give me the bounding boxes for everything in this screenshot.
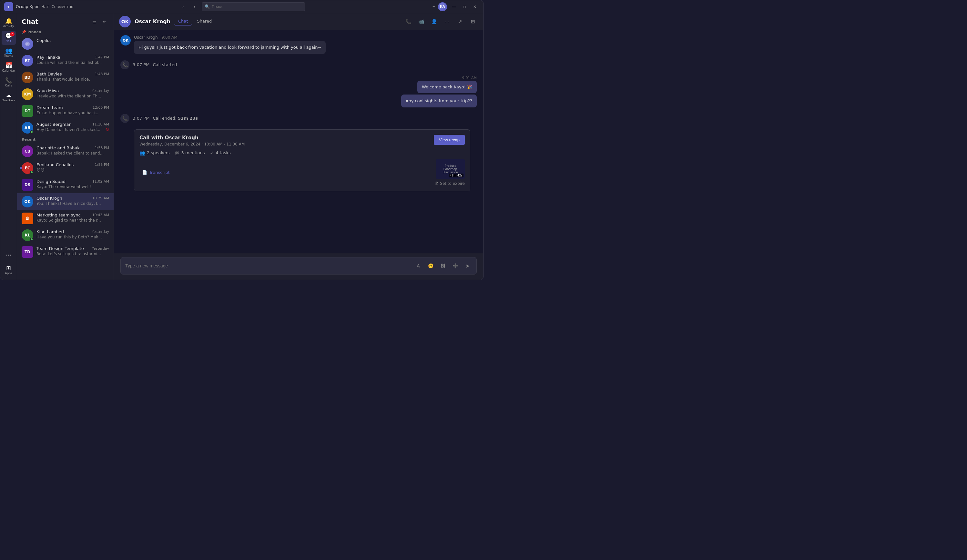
team-design-content: Team Design Template Yesterday Reta: Let… xyxy=(36,246,109,256)
recap-mentions-stat: @ 3 mentions xyxy=(175,150,205,155)
view-recap-button[interactable]: View recap xyxy=(434,135,465,145)
sidebar-item-teams[interactable]: 👥 Teams xyxy=(2,46,16,60)
sidebar-item-chat[interactable]: 2 💬 Чат xyxy=(2,31,16,45)
emiliano-time: 1:55 PM xyxy=(95,163,109,167)
search-bar[interactable]: 🔍 xyxy=(202,2,305,11)
compose-button[interactable]: ✏ xyxy=(100,17,109,26)
chat-item-kayo-miwa[interactable]: KM Kayo Miwa Yesterday I reviewed with t… xyxy=(17,86,114,102)
beth-davies-avatar: BD xyxy=(21,72,33,83)
title-bar: T Оскар Крог Чат Совместно ‹ › 🔍 ··· KA … xyxy=(0,0,483,13)
forward-button[interactable]: › xyxy=(190,2,199,11)
audio-call-button[interactable]: 📞 xyxy=(403,16,413,27)
activity-label: Activity xyxy=(3,25,14,28)
add-person-button[interactable]: 👤 xyxy=(429,16,439,27)
calendar-label: Calendar xyxy=(2,69,15,72)
send-button[interactable]: ➤ xyxy=(463,261,472,270)
charlotte-babak-name: Charlotte and Babak xyxy=(36,145,80,150)
msg-content-incoming-1: Oscar Krogh 9:00 AM Hi guys! I just got … xyxy=(134,35,326,54)
sidebar-item-more[interactable]: ··· xyxy=(2,248,16,262)
onedrive-icon: ☁ xyxy=(6,92,12,98)
emiliano-avatar: EC xyxy=(21,162,33,174)
chat-list-title: Chat xyxy=(21,18,38,25)
recap-title: Call with Oscar Krogh xyxy=(139,135,245,141)
chat-tabs: Chat Shared xyxy=(174,17,216,25)
chat-item-august-bergman[interactable]: AB August Bergman 11:18 AM Hey Daniela, … xyxy=(17,119,114,136)
kian-lambert-name: Kian Lambert xyxy=(36,229,64,234)
chat-list-header: Chat ☰ ✏ xyxy=(17,13,114,29)
chat-item-ray-tanaka[interactable]: RT Ray Tanaka 1:47 PM Louisa will send t… xyxy=(17,52,114,69)
chat-item-kian-lambert[interactable]: KL Kian Lambert Yesterday Have you run t… xyxy=(17,227,114,244)
tasks-icon: ✓ xyxy=(210,150,214,155)
team-design-preview: Reta: Let's set up a brainstormi... xyxy=(36,252,109,256)
video-call-button[interactable]: 📹 xyxy=(416,16,426,27)
ray-tanaka-content: Ray Tanaka 1:47 PM Louisa will send the … xyxy=(36,55,109,65)
close-button[interactable]: ✕ xyxy=(470,2,479,11)
chat-item-charlotte-babak[interactable]: CB Charlotte and Babak 1:58 PM Babak: I … xyxy=(17,143,114,160)
marketing-preview: Kayo: So glad to hear that the r... xyxy=(36,218,109,222)
recap-tasks-stat: ✓ 4 tasks xyxy=(210,150,231,155)
beth-davies-preview: Thanks, that would be nice. xyxy=(36,77,109,82)
emiliano-preview: 😊😊 xyxy=(36,168,109,172)
sticker-button[interactable]: 🖼 xyxy=(438,261,447,270)
sidebar-item-onedrive[interactable]: ☁ OneDrive xyxy=(2,90,16,104)
call-started-info: 📞 3:07 PM Call started xyxy=(120,58,477,72)
ray-tanaka-name: Ray Tanaka xyxy=(36,55,60,60)
sidebar-item-apps[interactable]: ⊞ Apps xyxy=(2,263,16,277)
chat-item-emiliano[interactable]: EC Emiliano Ceballos 1:55 PM 😊😊 xyxy=(17,160,114,176)
expire-label: Set to expire xyxy=(440,181,465,186)
more-options-button[interactable]: ··· xyxy=(442,16,452,27)
mentions-icon: @ xyxy=(175,150,180,155)
maximize-button[interactable]: □ xyxy=(460,2,469,11)
kian-lambert-avatar: KL xyxy=(21,229,33,241)
recap-header: Call with Oscar Krogh Wednesday, Decembe… xyxy=(139,135,465,147)
window-controls: — □ ✕ xyxy=(450,2,479,11)
chat-item-oscar-krogh[interactable]: OK Oscar Krogh 10:29 AM You: Thanks! Hav… xyxy=(17,193,114,210)
marketing-name: Marketing team sync xyxy=(36,212,81,217)
emoji-button[interactable]: 😊 xyxy=(426,261,435,270)
design-squad-content: Design Squad 11:02 AM Kayo: The review w… xyxy=(36,179,109,189)
message-input-box[interactable]: A 😊 🖼 ➕ ➤ xyxy=(120,257,477,275)
chat-item-beth-davies[interactable]: BD Beth Davies 1:43 PM Thanks, that woul… xyxy=(17,69,114,86)
august-bergman-name: August Bergman xyxy=(36,122,72,127)
filter-button[interactable]: ☰ xyxy=(90,17,99,26)
chat-item-team-design-template[interactable]: TD Team Design Template Yesterday Reta: … xyxy=(17,244,114,260)
chat-item-dream-team[interactable]: DT Dream team 12:00 PM Erika: Happy to h… xyxy=(17,102,114,119)
beth-davies-time: 1:43 PM xyxy=(95,72,109,76)
video-thumbnail[interactable]: Product Roadmap Discussion 48m 42s xyxy=(436,159,465,179)
tab-shared[interactable]: Shared xyxy=(193,17,216,25)
chat-item-marketing-team-sync[interactable]: 🗓 Marketing team sync 10:43 AM Kayo: So … xyxy=(17,210,114,227)
ray-tanaka-preview: Louisa will send the initial list of... xyxy=(36,60,109,65)
more-icon: ··· xyxy=(6,252,11,258)
august-mention-badge: @ xyxy=(106,127,109,132)
chat-item-copilot[interactable]: C Copilot xyxy=(17,36,114,52)
search-input[interactable] xyxy=(212,5,302,9)
sidebar-item-activity[interactable]: 🔔 Activity xyxy=(2,16,16,30)
title-bar-right: ··· KA — □ ✕ xyxy=(362,2,479,11)
message-input[interactable] xyxy=(125,263,411,268)
sidebar-item-calls[interactable]: 📞 Calls xyxy=(2,75,16,89)
sidebar-toggle-button[interactable]: ⊞ xyxy=(468,16,478,27)
main-layout: 🔔 Activity 2 💬 Чат 👥 Teams 📅 Calendar 📞 … xyxy=(0,13,483,280)
emiliano-online-dot xyxy=(30,171,33,174)
chat-label: Чат xyxy=(6,40,11,43)
chat-contact-avatar: OK xyxy=(119,16,131,27)
sidebar-item-calendar[interactable]: 📅 Calendar xyxy=(2,60,16,74)
back-button[interactable]: ‹ xyxy=(178,2,188,11)
more-options-icon[interactable]: ··· xyxy=(432,4,436,9)
sidebar-icons: 🔔 Activity 2 💬 Чат 👥 Teams 📅 Calendar 📞 … xyxy=(0,13,17,280)
chat-item-design-squad[interactable]: DS Design Squad 11:02 AM Kayo: The revie… xyxy=(17,176,114,193)
activity-icon: 🔔 xyxy=(5,18,12,24)
attach-button[interactable]: ➕ xyxy=(450,261,460,270)
ray-tanaka-time: 1:47 PM xyxy=(95,55,109,59)
transcript-button[interactable]: 📄 Transcript xyxy=(139,169,172,176)
user-avatar[interactable]: KA xyxy=(438,2,447,11)
team-design-avatar: TD xyxy=(21,246,33,258)
tab-chat[interactable]: Chat xyxy=(174,17,192,25)
msg-content-outgoing-1: 9:01 AM Welcome back Kayo! 🎉 Any cool si… xyxy=(401,76,477,107)
expand-button[interactable]: ⤢ xyxy=(455,16,465,27)
chat-badge: 2 xyxy=(10,32,15,36)
minimize-button[interactable]: — xyxy=(450,2,459,11)
kayo-miwa-content: Kayo Miwa Yesterday I reviewed with the … xyxy=(36,88,109,99)
format-button[interactable]: A xyxy=(414,261,423,270)
set-expire-option[interactable]: ⏱ Set to expire xyxy=(435,181,465,186)
